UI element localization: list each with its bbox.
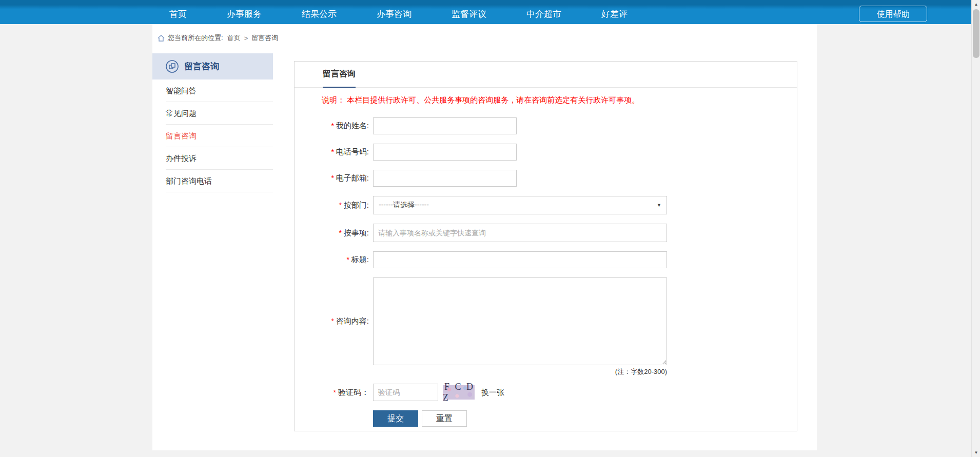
nav-item-supervision[interactable]: 监督评议 — [452, 8, 486, 20]
phone-label: *电话号码: — [295, 147, 373, 157]
title-input[interactable] — [373, 251, 667, 268]
nav-item-rating[interactable]: 好差评 — [601, 8, 628, 20]
breadcrumb-home-link[interactable]: 首页 — [227, 33, 241, 43]
sidebar: 留言咨询 智能问答 常见问题 留言咨询 办件投诉 部门咨询电话 — [152, 53, 273, 450]
button-row: 提交 重置 — [373, 410, 797, 427]
title-label: *标题: — [295, 255, 373, 265]
captcha-label: *验证码： — [295, 388, 373, 398]
message-consult-icon — [165, 59, 179, 73]
department-row: *按部门: ------请选择------ ▼ — [295, 196, 797, 214]
email-input[interactable] — [373, 170, 517, 187]
email-row: *电子邮箱: — [295, 170, 797, 187]
sidebar-item-faq[interactable]: 常见问题 — [152, 102, 273, 125]
help-button[interactable]: 使用帮助 — [859, 6, 927, 22]
sidebar-item-complaint[interactable]: 办件投诉 — [152, 147, 273, 170]
main-menu: 首页 办事服务 结果公示 办事咨询 监督评议 中介超市 好差评 — [169, 4, 628, 20]
matter-row: *按事项: — [295, 224, 797, 242]
required-asterisk: * — [331, 317, 334, 325]
panel-title-bar: 留言咨询 — [295, 62, 797, 88]
sidebar-header-label: 留言咨询 — [184, 61, 219, 72]
department-select[interactable]: ------请选择------ ▼ — [373, 196, 667, 214]
sidebar-item-message-consult[interactable]: 留言咨询 — [152, 125, 273, 147]
scrollbar-up-arrow[interactable]: ▲ — [972, 0, 980, 9]
nav-item-services[interactable]: 办事服务 — [227, 8, 262, 20]
content-row: *咨询内容: — [295, 277, 797, 365]
name-row: *我的姓名: — [295, 117, 797, 134]
breadcrumb-current[interactable]: 留言咨询 — [251, 33, 278, 43]
sidebar-item-smart-qa[interactable]: 智能问答 — [152, 80, 273, 102]
phone-input[interactable] — [373, 144, 517, 161]
matter-input[interactable] — [373, 224, 667, 242]
required-asterisk: * — [346, 255, 349, 264]
phone-row: *电话号码: — [295, 144, 797, 161]
scrollbar-down-arrow[interactable]: ▼ — [972, 448, 980, 457]
chevron-down-icon: ▼ — [657, 203, 661, 208]
department-label: *按部门: — [295, 201, 373, 210]
submit-button[interactable]: 提交 — [373, 410, 418, 427]
message-consult-panel: 留言咨询 说明： 本栏目提供行政许可、公共服务事项的咨询服务，请在咨询前选定有关… — [294, 61, 797, 431]
vertical-scrollbar[interactable]: ▲ ▼ — [971, 0, 980, 457]
department-select-value: ------请选择------ — [379, 201, 429, 210]
captcha-image[interactable]: F C D Z — [443, 385, 475, 400]
required-asterisk: * — [331, 148, 334, 156]
nav-item-results[interactable]: 结果公示 — [302, 8, 337, 20]
home-icon — [158, 35, 165, 42]
required-asterisk: * — [331, 174, 334, 182]
reset-button[interactable]: 重置 — [422, 410, 467, 427]
content-word-count-note: (注：字数20-300) — [373, 367, 667, 376]
sidebar-header: 留言咨询 — [152, 53, 273, 80]
content-label: *咨询内容: — [295, 316, 373, 326]
scrollbar-thumb[interactable] — [973, 9, 979, 58]
required-asterisk: * — [331, 122, 334, 130]
nav-item-home[interactable]: 首页 — [169, 8, 187, 20]
breadcrumb-prefix: 您当前所在的位置: — [168, 33, 223, 43]
name-label: *我的姓名: — [295, 121, 373, 131]
nav-item-agency-market[interactable]: 中介超市 — [526, 8, 561, 20]
email-label: *电子邮箱: — [295, 173, 373, 183]
title-row: *标题: — [295, 251, 797, 268]
top-navigation-bar: 首页 办事服务 结果公示 办事咨询 监督评议 中介超市 好差评 使用帮助 — [0, 0, 971, 24]
panel-title: 留言咨询 — [323, 69, 356, 88]
required-asterisk: * — [334, 388, 336, 396]
sidebar-item-dept-phone[interactable]: 部门咨询电话 — [152, 170, 273, 192]
form: *我的姓名: *电话号码: *电子邮箱: *按部门: ------请选择----… — [295, 117, 797, 427]
breadcrumb: 您当前所在的位置: 首页 > 留言咨询 — [158, 33, 278, 43]
required-asterisk: * — [339, 229, 341, 237]
nav-item-consult[interactable]: 办事咨询 — [377, 8, 411, 20]
matter-label: *按事项: — [295, 228, 373, 238]
breadcrumb-separator: > — [244, 34, 248, 42]
captcha-row: *验证码： F C D Z 换一张 — [295, 384, 797, 401]
captcha-input[interactable] — [373, 384, 438, 401]
content-area: 您当前所在的位置: 首页 > 留言咨询 留言咨询 智能问答 常见问题 留言咨询 … — [152, 24, 817, 450]
captcha-refresh-link[interactable]: 换一张 — [481, 388, 504, 398]
required-asterisk: * — [339, 201, 341, 209]
form-notice: 说明： 本栏目提供行政许可、公共服务事项的咨询服务，请在咨询前选定有关行政许可事… — [322, 95, 797, 105]
content-textarea[interactable] — [373, 277, 667, 365]
name-input[interactable] — [373, 117, 517, 134]
